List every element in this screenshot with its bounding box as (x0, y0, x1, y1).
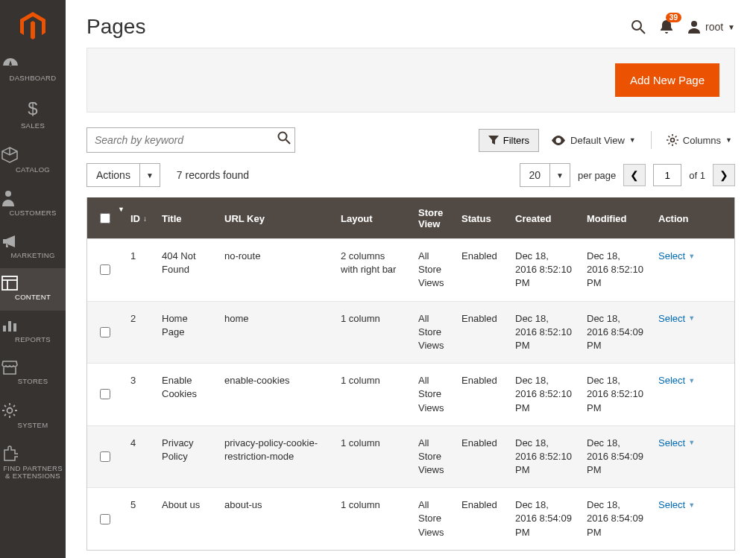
add-new-page-button[interactable]: Add New Page (615, 63, 719, 97)
avatar-icon (687, 20, 701, 34)
cell-id: 5 (123, 488, 154, 550)
box-icon (1, 147, 64, 163)
cell-store-view: All Store Views (411, 239, 454, 301)
sidebar-item-dashboard[interactable]: DASHBOARD (0, 49, 66, 91)
sidebar-item-content[interactable]: CONTENT (0, 268, 66, 310)
sidebar-item-partners[interactable]: FIND PARTNERS & EXTENSIONS (0, 438, 66, 489)
cell-url-key: about-us (217, 488, 333, 550)
column-modified[interactable]: Modified (579, 197, 651, 238)
row-action-select[interactable]: Select ▼ (658, 250, 727, 263)
row-checkbox-cell (87, 239, 123, 301)
puzzle-icon (1, 446, 64, 462)
filters-button[interactable]: Filters (479, 129, 539, 152)
records-found-label: 7 records found (177, 169, 249, 181)
cell-title: About us (154, 488, 217, 550)
cell-layout: 1 column (333, 488, 411, 550)
columns-button[interactable]: Columns▼ (664, 129, 735, 151)
grid-toolbar: Filters Default View▼ Columns▼ (66, 127, 756, 163)
cell-url-key: privacy-policy-cookie-restriction-mode (217, 426, 333, 488)
table-row: 5About usabout-us1 columnAll Store Views… (87, 487, 734, 550)
sidebar-item-stores[interactable]: STORES (0, 352, 66, 394)
bulk-actions-dropdown[interactable]: Actions▼ (86, 163, 160, 187)
keyword-search-input[interactable] (86, 127, 295, 153)
sidebar-item-marketing[interactable]: MARKETING (0, 226, 66, 268)
eye-icon (551, 136, 566, 145)
cell-title: Enable Cookies (154, 364, 217, 425)
page-size-dropdown[interactable]: 20▼ (520, 163, 570, 187)
cell-created: Dec 18, 2016 8:52:10 PM (508, 426, 579, 488)
notification-badge: 39 (666, 13, 681, 22)
sidebar-item-catalog[interactable]: CATALOG (0, 139, 66, 183)
column-created[interactable]: Created (508, 197, 579, 238)
table-row: 2Home Pagehome1 columnAll Store ViewsEna… (87, 301, 734, 364)
row-checkbox-cell (87, 302, 123, 364)
cell-store-view: All Store Views (411, 302, 454, 364)
chart-icon (1, 318, 64, 333)
layout-icon (1, 276, 64, 291)
row-checkbox[interactable] (100, 451, 110, 462)
row-checkbox[interactable] (100, 389, 110, 399)
chevron-down-icon: ▼ (688, 376, 695, 386)
user-menu[interactable]: root ▼ (687, 20, 735, 34)
select-all-checkbox[interactable] (100, 213, 110, 223)
cell-status: Enabled (454, 488, 508, 550)
grid-controls: Actions▼ 7 records found 20▼ per page ❮ … (66, 163, 756, 197)
row-checkbox-cell (87, 426, 123, 488)
total-pages-label: of 1 (689, 170, 705, 181)
column-url-key[interactable]: URL Key (217, 197, 333, 238)
cell-layout: 1 column (333, 302, 411, 364)
dashboard-icon (1, 57, 64, 72)
dollar-icon: $ (1, 98, 64, 119)
cell-created: Dec 18, 2016 8:52:10 PM (508, 302, 579, 364)
row-checkbox[interactable] (100, 327, 110, 337)
column-status[interactable]: Status (454, 197, 508, 238)
cell-layout: 2 columns with right bar (333, 239, 411, 301)
magento-logo-icon[interactable] (20, 12, 45, 40)
row-checkbox[interactable] (100, 514, 110, 524)
cell-title: Home Page (154, 302, 217, 364)
prev-page-button[interactable]: ❮ (623, 164, 646, 186)
svg-rect-5 (8, 321, 11, 332)
table-row: 4Privacy Policyprivacy-policy-cookie-res… (87, 425, 734, 488)
sidebar-item-reports[interactable]: REPORTS (0, 311, 66, 352)
cell-id: 4 (123, 426, 154, 488)
sidebar-item-sales[interactable]: $SALES (0, 91, 66, 139)
sidebar-item-customers[interactable]: CUSTOMERS (0, 183, 66, 226)
sidebar-item-system[interactable]: SYSTEM (0, 395, 66, 438)
global-search-icon[interactable] (631, 19, 646, 34)
search-submit-button[interactable] (277, 131, 291, 145)
current-page-input[interactable] (653, 164, 681, 186)
column-id[interactable]: ID↓ (123, 197, 154, 238)
svg-point-0 (5, 191, 11, 197)
row-checkbox-cell (87, 364, 123, 425)
gear-icon (1, 402, 64, 419)
svg-rect-4 (3, 326, 6, 332)
chevron-down-icon[interactable]: ▼ (118, 206, 125, 213)
column-layout[interactable]: Layout (333, 197, 411, 238)
column-store-view[interactable]: Store View (411, 197, 454, 238)
row-checkbox[interactable] (100, 264, 110, 275)
cell-created: Dec 18, 2016 8:52:10 PM (508, 239, 579, 301)
column-title[interactable]: Title (154, 197, 217, 238)
row-action-select[interactable]: Select ▼ (658, 437, 727, 450)
row-action-select[interactable]: Select ▼ (658, 312, 727, 326)
notifications-button[interactable]: 39 (659, 19, 674, 35)
cell-url-key: home (217, 302, 333, 364)
sort-arrow-icon: ↓ (143, 215, 147, 223)
row-action-select[interactable]: Select ▼ (658, 498, 727, 512)
cell-url-key: no-route (217, 239, 333, 301)
chevron-down-icon: ▼ (139, 164, 160, 186)
chevron-down-icon: ▼ (725, 136, 732, 144)
cell-modified: Dec 18, 2016 8:54:09 PM (579, 488, 651, 550)
cell-layout: 1 column (333, 364, 411, 425)
next-page-button[interactable]: ❯ (713, 164, 735, 186)
row-action-select[interactable]: Select ▼ (658, 374, 727, 387)
chevron-down-icon: ▼ (549, 164, 570, 186)
select-all-header[interactable]: ▼ (87, 197, 123, 238)
gear-icon (667, 134, 678, 146)
svg-point-11 (279, 133, 287, 141)
cell-store-view: All Store Views (411, 488, 454, 550)
svg-point-8 (632, 21, 641, 30)
default-view-button[interactable]: Default View▼ (548, 130, 639, 151)
svg-point-13 (670, 139, 674, 142)
